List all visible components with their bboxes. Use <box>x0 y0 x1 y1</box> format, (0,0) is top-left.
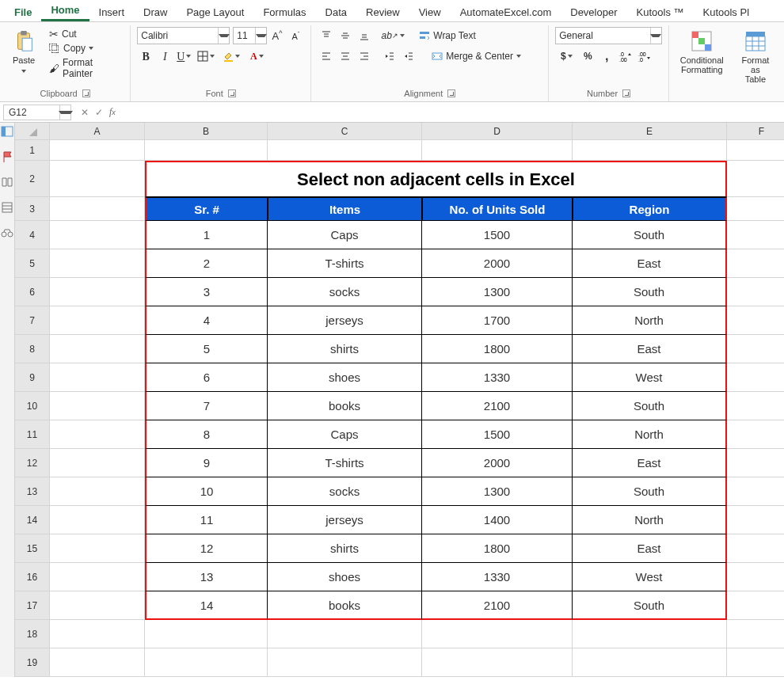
table-cell[interactable]: Caps <box>268 420 422 449</box>
table-cell[interactable]: 2100 <box>422 591 573 620</box>
cell[interactable] <box>50 620 145 648</box>
table-cell[interactable]: North <box>573 506 727 534</box>
cell[interactable] <box>50 591 145 620</box>
row-header[interactable]: 9 <box>15 363 50 392</box>
tab-kutools[interactable]: Kutools ™ <box>627 2 694 21</box>
row-header[interactable]: 18 <box>15 620 50 648</box>
cell[interactable] <box>268 648 422 677</box>
orientation-button[interactable]: ab↗ <box>381 28 405 44</box>
align-center-button[interactable] <box>337 48 354 64</box>
formula-input[interactable] <box>127 105 784 120</box>
cell[interactable] <box>50 477 145 506</box>
row-header[interactable]: 13 <box>15 477 50 506</box>
wrap-text-button[interactable]: Wrap Text <box>416 29 479 43</box>
format-painter-button[interactable]: Format Painter <box>46 55 124 81</box>
bold-button[interactable] <box>137 48 154 64</box>
increase-indent-button[interactable] <box>400 48 417 64</box>
cell[interactable] <box>50 392 145 420</box>
cell[interactable] <box>422 620 573 648</box>
cell[interactable] <box>268 140 422 161</box>
table-cell[interactable]: 13 <box>145 563 268 591</box>
table-cell[interactable]: East <box>573 335 727 363</box>
col-header[interactable]: A <box>50 123 145 140</box>
underline-button[interactable] <box>175 48 192 64</box>
cell[interactable] <box>727 221 784 249</box>
table-cell[interactable]: 2000 <box>422 249 573 278</box>
table-cell[interactable]: 1500 <box>422 420 573 449</box>
merge-center-button[interactable]: Merge & Center <box>428 49 524 63</box>
table-cell[interactable]: 1800 <box>422 534 573 563</box>
tab-data[interactable]: Data <box>316 2 356 21</box>
cell[interactable] <box>727 449 784 477</box>
cell[interactable] <box>727 477 784 506</box>
row-header[interactable]: 5 <box>15 249 50 278</box>
row-header[interactable]: 17 <box>15 591 50 620</box>
cell[interactable] <box>727 392 784 420</box>
row-header[interactable]: 7 <box>15 306 50 335</box>
table-cell[interactable]: 1 <box>145 221 268 249</box>
cell[interactable] <box>50 534 145 563</box>
row-header[interactable]: 3 <box>15 197 50 221</box>
table-cell[interactable]: South <box>573 392 727 420</box>
table-cell[interactable]: 8 <box>145 420 268 449</box>
col-header[interactable]: F <box>727 123 784 140</box>
table-cell[interactable]: 1300 <box>422 278 573 306</box>
borders-button[interactable] <box>194 48 218 64</box>
cell[interactable] <box>727 591 784 620</box>
format-as-table-button[interactable]: Format as Table <box>733 27 778 86</box>
tab-draw[interactable]: Draw <box>134 2 177 21</box>
col-header[interactable]: C <box>268 123 422 140</box>
table-cell[interactable]: T-shirts <box>268 249 422 278</box>
tab-automateexcel[interactable]: AutomateExcel.com <box>451 2 561 21</box>
table-cell[interactable]: 1400 <box>422 506 573 534</box>
table-header[interactable]: No. of Units Sold <box>422 197 573 221</box>
col-header[interactable]: B <box>145 123 268 140</box>
table-cell[interactable]: jerseys <box>268 506 422 534</box>
cell[interactable] <box>727 306 784 335</box>
table-cell[interactable]: 1800 <box>422 335 573 363</box>
cells-grid[interactable]: ABCDEF12Select non adjacent cells in Exc… <box>15 123 784 677</box>
cell[interactable] <box>727 563 784 591</box>
table-cell[interactable]: South <box>573 278 727 306</box>
table-cell[interactable]: North <box>573 306 727 335</box>
table-header[interactable]: Sr. # <box>145 197 268 221</box>
table-cell[interactable]: 1330 <box>422 563 573 591</box>
table-cell[interactable]: 6 <box>145 363 268 392</box>
paste-button[interactable]: Paste <box>6 27 41 76</box>
cell[interactable] <box>50 648 145 677</box>
table-cell[interactable]: 4 <box>145 306 268 335</box>
cell[interactable] <box>573 648 727 677</box>
tab-home[interactable]: Home <box>41 0 89 21</box>
table-cell[interactable]: shirts <box>268 335 422 363</box>
cell[interactable] <box>50 335 145 363</box>
table-cell[interactable]: 9 <box>145 449 268 477</box>
cut-button[interactable]: Cut <box>46 27 124 41</box>
cancel-icon[interactable]: ✕ <box>81 107 89 118</box>
table-cell[interactable]: East <box>573 249 727 278</box>
cell[interactable] <box>50 306 145 335</box>
table-header[interactable]: Items <box>268 197 422 221</box>
row-header[interactable]: 8 <box>15 335 50 363</box>
name-box[interactable]: G12 <box>3 105 71 120</box>
cell[interactable] <box>50 420 145 449</box>
comma-button[interactable]: , <box>598 48 615 64</box>
tab-view[interactable]: View <box>409 2 451 21</box>
decrease-indent-button[interactable] <box>381 48 398 64</box>
cell[interactable] <box>50 197 145 221</box>
cell[interactable] <box>727 197 784 221</box>
table-cell[interactable]: T-shirts <box>268 449 422 477</box>
copy-button[interactable]: Copy <box>46 41 124 55</box>
font-name-dropdown[interactable]: Calibri <box>137 27 230 44</box>
table-cell[interactable]: books <box>268 392 422 420</box>
cell[interactable] <box>727 620 784 648</box>
title-cell[interactable]: Select non adjacent cells in Excel <box>145 161 727 197</box>
cell[interactable] <box>727 648 784 677</box>
table-cell[interactable]: 2000 <box>422 449 573 477</box>
cell[interactable] <box>50 449 145 477</box>
currency-button[interactable]: $ <box>555 48 577 64</box>
binoculars-icon[interactable] <box>0 226 14 240</box>
table-cell[interactable]: shoes <box>268 363 422 392</box>
cell[interactable] <box>727 420 784 449</box>
percent-button[interactable]: % <box>579 48 596 64</box>
panel-icon[interactable] <box>0 124 14 139</box>
